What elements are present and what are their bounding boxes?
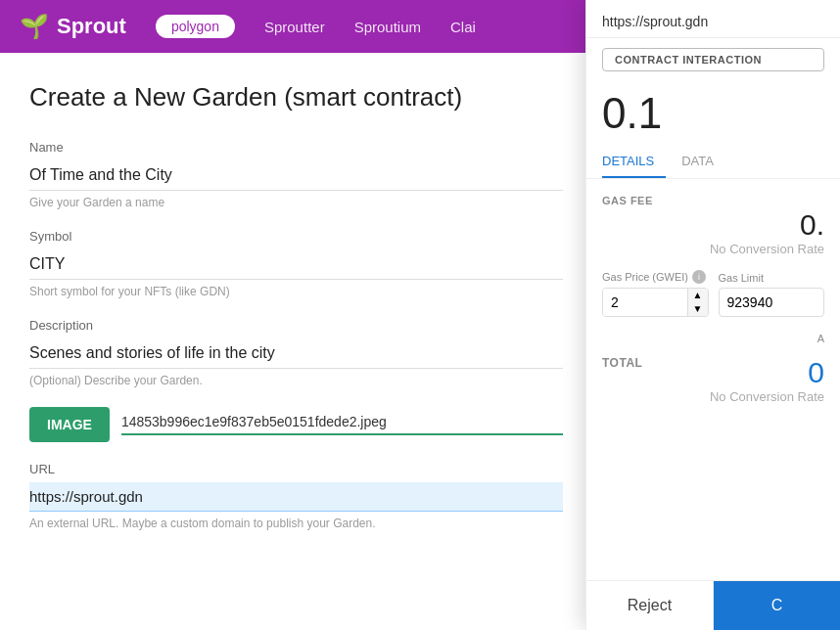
total-row: TOTAL 0 No Conversion Rate	[602, 356, 824, 418]
no-conversion-total: No Conversion Rate	[710, 389, 824, 404]
url-input[interactable]	[29, 482, 563, 512]
gas-price-input[interactable]	[603, 289, 687, 316]
no-conversion-gas: No Conversion Rate	[602, 242, 824, 256]
image-filename: 14853b996ec1e9f837eb5e0151fdede2.jpeg	[121, 414, 563, 435]
confirm-button[interactable]: C	[714, 581, 840, 630]
nav-polygon[interactable]: polygon	[156, 15, 235, 38]
name-input[interactable]	[29, 160, 563, 191]
logo: 🌱 Sprout	[20, 13, 126, 40]
url-label: URL	[29, 462, 563, 476]
total-amount: 0	[710, 356, 824, 389]
symbol-label: Symbol	[29, 229, 563, 244]
description-input[interactable]	[29, 338, 563, 369]
description-hint: (Optional) Describe your Garden.	[29, 374, 563, 387]
panel-tabs: DETAILS DATA	[586, 146, 840, 179]
panel-amount: 0.1	[586, 81, 840, 146]
gas-limit-input[interactable]	[719, 288, 825, 317]
image-button[interactable]: IMAGE	[29, 407, 110, 442]
description-group: Description (Optional) Describe your Gar…	[29, 318, 563, 387]
main-content: Create a New Garden (smart contract) Nam…	[0, 53, 592, 630]
gas-limit-label: Gas Limit	[719, 272, 825, 284]
url-group: URL An external URL. Maybe a custom doma…	[29, 462, 563, 530]
nav-sproutter[interactable]: Sproutter	[264, 19, 325, 35]
advanced-label: A	[602, 333, 824, 344]
image-row: IMAGE 14853b996ec1e9f837eb5e0151fdede2.j…	[29, 407, 563, 442]
logo-text: Sprout	[57, 14, 126, 39]
gas-price-input-wrap: ▲ ▼	[602, 288, 709, 317]
gas-price-up[interactable]: ▲	[688, 289, 708, 302]
url-hint: An external URL. Maybe a custom domain t…	[29, 517, 563, 530]
logo-icon: 🌱	[20, 13, 49, 40]
description-label: Description	[29, 318, 563, 333]
nav-clai[interactable]: Clai	[450, 19, 476, 35]
symbol-hint: Short symbol for your NFTs (like GDN)	[29, 285, 563, 298]
gas-price-field: Gas Price (GWEI) i ▲ ▼	[602, 270, 709, 317]
gas-price-down[interactable]: ▼	[688, 302, 708, 316]
panel-footer: Reject C	[586, 580, 840, 630]
gas-row: Gas Price (GWEI) i ▲ ▼ Gas Limit	[602, 270, 824, 317]
total-right: 0 No Conversion Rate	[710, 356, 824, 418]
name-label: Name	[29, 140, 563, 155]
nav-sproutium[interactable]: Sproutium	[354, 19, 421, 35]
contract-panel: https://sprout.gdn CONTRACT INTERACTION …	[585, 0, 840, 630]
gas-fee-label: GAS FEE	[602, 195, 824, 206]
gas-price-spinner: ▲ ▼	[687, 289, 708, 316]
panel-url: https://sprout.gdn	[586, 0, 840, 38]
name-hint: Give your Garden a name	[29, 196, 563, 209]
gas-limit-field: Gas Limit	[719, 272, 825, 317]
contract-badge: CONTRACT INTERACTION	[602, 48, 824, 71]
tab-details[interactable]: DETAILS	[602, 146, 666, 178]
gas-price-label: Gas Price (GWEI) i	[602, 270, 709, 284]
name-group: Name Give your Garden a name	[29, 140, 563, 209]
gas-info-icon[interactable]: i	[692, 270, 706, 284]
gas-fee-amount: 0.	[602, 208, 824, 242]
tab-data[interactable]: DATA	[681, 146, 725, 178]
page-title: Create a New Garden (smart contract)	[29, 82, 563, 112]
symbol-group: Symbol Short symbol for your NFTs (like …	[29, 229, 563, 298]
total-label: TOTAL	[602, 356, 642, 370]
panel-body: GAS FEE 0. No Conversion Rate Gas Price …	[586, 179, 840, 580]
symbol-input[interactable]	[29, 249, 563, 280]
reject-button[interactable]: Reject	[586, 581, 714, 630]
